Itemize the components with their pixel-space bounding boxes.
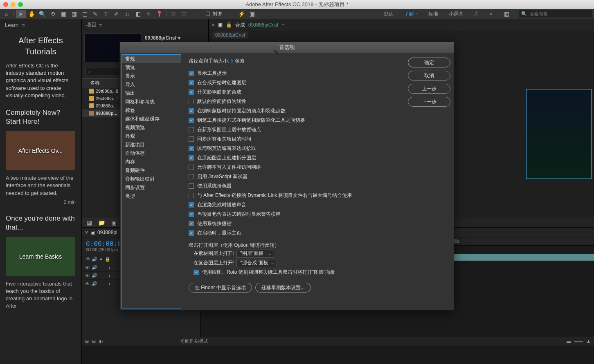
audio-icon[interactable]: 🔊 bbox=[92, 273, 97, 279]
checkbox[interactable] bbox=[189, 136, 194, 142]
checkbox[interactable]: ✓ bbox=[189, 80, 194, 85]
checkbox[interactable] bbox=[189, 127, 194, 132]
prefs-cat-video[interactable]: 视频预览 bbox=[122, 123, 181, 132]
cancel-button[interactable]: 取消 bbox=[408, 71, 450, 80]
comp-name[interactable]: 09J888piCnsf bbox=[248, 22, 278, 28]
new-comp-icon[interactable]: ▣ bbox=[109, 219, 119, 227]
prefs-cat-output[interactable]: 输出 bbox=[122, 89, 181, 98]
motion-blur-icon[interactable]: ⊟ bbox=[92, 339, 96, 344]
prefs-cat-preview[interactable]: 预览 bbox=[122, 63, 181, 72]
frame-blend-icon[interactable]: ⊞ bbox=[85, 339, 89, 344]
checkbox[interactable]: ✓ bbox=[189, 221, 194, 226]
axis-tool2[interactable]: ⊟ bbox=[179, 10, 189, 18]
toggle-switches[interactable]: 切换开关/模式 bbox=[180, 338, 208, 344]
checkbox[interactable]: ✓ bbox=[189, 89, 194, 95]
home-icon[interactable]: ⌂ bbox=[2, 10, 11, 18]
checkbox[interactable] bbox=[189, 174, 194, 179]
prefs-cat-autosave[interactable]: 自动保存 bbox=[122, 149, 181, 158]
checkbox[interactable] bbox=[189, 183, 194, 189]
checkbox[interactable]: ✓ bbox=[189, 212, 194, 217]
expand-icon[interactable]: › bbox=[109, 281, 110, 287]
new-folder-icon[interactable]: 📁 bbox=[97, 219, 106, 227]
timeline-tab[interactable]: 09J888pi bbox=[97, 230, 117, 235]
roto-tool[interactable]: ✧ bbox=[144, 10, 153, 18]
align-icon[interactable]: ☐ bbox=[203, 10, 213, 18]
prefs-cat-labels[interactable]: 标签 bbox=[122, 106, 181, 115]
project-tab[interactable]: 项目 ≡ bbox=[82, 19, 208, 31]
close-tab-icon[interactable]: × bbox=[85, 230, 88, 235]
hamburger-icon[interactable]: ≡ bbox=[281, 22, 284, 28]
ok-button[interactable]: 确定 bbox=[408, 58, 450, 67]
prefs-cat-audiomap[interactable]: 音频输出映射 bbox=[122, 175, 181, 183]
prefs-cat-grids[interactable]: 网格和参考线 bbox=[122, 98, 181, 106]
checkbox[interactable]: ✓ bbox=[189, 155, 194, 161]
close-window[interactable] bbox=[3, 2, 8, 7]
checkbox[interactable] bbox=[189, 99, 194, 104]
puppet-tool[interactable]: 📍 bbox=[154, 10, 164, 18]
audio-icon[interactable]: 🔊 bbox=[92, 265, 97, 270]
tutorial-overview-thumb[interactable]: After Effects Ov... bbox=[6, 131, 75, 170]
prefs-cat-audiohw[interactable]: 音频硬件 bbox=[122, 166, 181, 175]
pan-behind-tool[interactable]: ▦ bbox=[69, 10, 79, 18]
workspace-learn[interactable]: 了解 ≡ bbox=[403, 10, 419, 18]
eye-icon[interactable]: 👁 bbox=[84, 281, 90, 287]
interpret-icon[interactable]: ▦ bbox=[84, 219, 94, 227]
snap-grid[interactable]: ▣ bbox=[247, 10, 257, 18]
lock-column-icon[interactable]: 🔒 bbox=[105, 256, 110, 262]
zoom-in-icon[interactable]: ▲ bbox=[586, 339, 591, 344]
clone-tool[interactable]: ⎌ bbox=[122, 10, 132, 18]
prefs-cat-sync[interactable]: 同步设置 bbox=[122, 183, 181, 192]
checkbox[interactable]: ✓ bbox=[189, 202, 194, 208]
pen-tool[interactable]: ✎ bbox=[90, 10, 100, 18]
prefs-cat-import[interactable]: 导入 bbox=[122, 80, 181, 89]
migrate-settings-button[interactable]: 迁移早期版本设置... bbox=[255, 283, 311, 293]
prefs-cat-display[interactable]: 显示 bbox=[122, 72, 181, 80]
prefs-cat-appearance[interactable]: 外观 bbox=[122, 132, 181, 141]
checkbox[interactable]: ✓ bbox=[189, 230, 194, 236]
hand-tool[interactable]: ✋ bbox=[27, 10, 36, 18]
checkbox[interactable] bbox=[189, 165, 194, 170]
help-search[interactable]: 🔍 搜索帮助 bbox=[519, 10, 592, 18]
hamburger-icon[interactable]: ≡ bbox=[99, 22, 102, 28]
maximize-window[interactable] bbox=[18, 2, 23, 7]
path-size-value[interactable]: 5 bbox=[231, 58, 234, 64]
zoom-out-icon[interactable]: ▬ bbox=[567, 339, 571, 344]
expand-icon[interactable]: › bbox=[109, 265, 110, 270]
zoom-tool[interactable]: 🔍 bbox=[37, 10, 47, 18]
eye-column-icon[interactable]: 👁 bbox=[85, 256, 91, 262]
checkbox[interactable]: ✓ bbox=[189, 108, 194, 114]
zoom-slider[interactable]: ━━━ bbox=[574, 339, 583, 344]
previous-button[interactable]: 上一步 bbox=[408, 84, 450, 94]
dropdown-icon[interactable]: ▾ bbox=[178, 35, 180, 41]
checkbox[interactable]: ✓ bbox=[189, 146, 194, 151]
eye-icon[interactable]: 👁 bbox=[84, 265, 90, 270]
workspace-default[interactable]: 默认 bbox=[382, 10, 395, 18]
next-button[interactable]: 下一步 bbox=[408, 97, 450, 107]
comp-chip[interactable]: 09J888piCnsf bbox=[212, 31, 248, 39]
learn-tab[interactable]: Learn ≡ bbox=[0, 19, 81, 31]
eye-icon[interactable]: 👁 bbox=[84, 273, 90, 279]
workspace-small[interactable]: 小屏幕 bbox=[447, 10, 465, 18]
workspace-overflow-icon[interactable]: ▦ bbox=[502, 10, 511, 18]
prefs-cat-newproject[interactable]: 新建项目 bbox=[122, 141, 181, 149]
col-name[interactable]: 名称 bbox=[90, 80, 100, 87]
eraser-tool[interactable]: ◧ bbox=[133, 10, 143, 18]
tutorial-basics-thumb[interactable]: Learn the Basics bbox=[6, 237, 75, 276]
reveal-in-finder-button[interactable]: 在 Finder 中显示首选项 bbox=[189, 283, 252, 293]
open-comp-select[interactable]: "源合成"面板 bbox=[236, 259, 277, 267]
hamburger-icon[interactable]: ≡ bbox=[22, 22, 25, 28]
brush-tool[interactable]: ✐ bbox=[112, 10, 122, 18]
checkbox[interactable] bbox=[189, 193, 194, 198]
brainstorm-icon[interactable]: ◐ bbox=[99, 339, 103, 344]
solo-column-icon[interactable]: ● bbox=[98, 256, 104, 262]
prefs-cat-type[interactable]: 类型 bbox=[122, 192, 181, 201]
paint-dblclick-checkbox[interactable]: ✓ bbox=[194, 270, 199, 275]
checkbox[interactable]: ✓ bbox=[189, 71, 194, 76]
workspace-standard[interactable]: 标准 bbox=[427, 10, 440, 18]
axis-tool[interactable]: ⊞ bbox=[169, 10, 178, 18]
audio-column-icon[interactable]: 🔊 bbox=[92, 256, 97, 262]
audio-icon[interactable]: 🔊 bbox=[92, 281, 97, 287]
camera-tool[interactable]: ▣ bbox=[59, 10, 68, 18]
workspace-more[interactable]: » bbox=[488, 10, 494, 18]
open-footage-select[interactable]: "图层"面板 bbox=[236, 250, 274, 258]
